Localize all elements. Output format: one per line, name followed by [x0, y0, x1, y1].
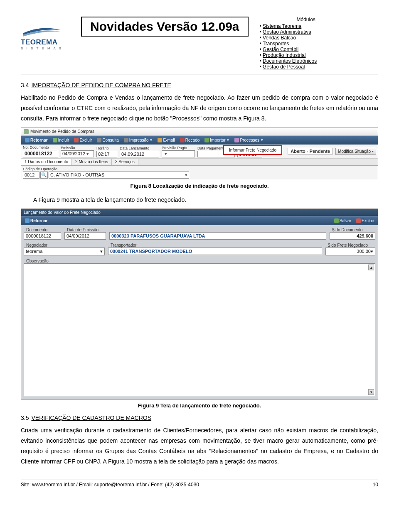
importar-button[interactable]: Importar▼: [202, 137, 232, 143]
excluir-button[interactable]: Excluir: [72, 137, 94, 143]
processos-button[interactable]: Processos▼: [232, 137, 266, 143]
figure-8-caption: Figura 8 Localização de indicação de fre…: [21, 183, 378, 189]
section-35-paragraph: Criada uma verificação durante o cadastr…: [21, 425, 378, 467]
back-icon: [25, 138, 30, 142]
op-lookup-button[interactable]: 🔍: [40, 172, 48, 179]
retornar-button[interactable]: Retornar: [23, 218, 50, 224]
module-link[interactable]: Vendas Balcão: [263, 35, 296, 41]
x-icon: [74, 138, 79, 142]
valor-frete-field[interactable]: 300,00▾: [325, 248, 375, 255]
field-label: Previsão Pagto: [162, 146, 195, 150]
figure-8-screenshot: Movimento de Pedido de Compras Retornar …: [21, 127, 378, 180]
section-34-paragraph: Habilitado no Pedido de Compra e Vendas …: [21, 93, 378, 124]
field-label: No. Documento: [23, 145, 58, 150]
section-number: 3.5: [21, 414, 29, 421]
save-icon: [334, 218, 339, 223]
field-label: Observação: [26, 259, 49, 263]
toolbar: Retornar Salvar Excluir: [21, 216, 378, 225]
field-label: Data Lançamento: [120, 146, 159, 150]
excluir-button[interactable]: Excluir: [354, 218, 376, 224]
page-header: TEOREMA S I S T E M A S Novidades Versão…: [21, 17, 378, 70]
module-link[interactable]: Gestão Contábil: [263, 47, 298, 52]
status-badge: Aberto - Pendente: [288, 148, 333, 154]
window-titlebar: Lançamento do Valor do Frete Negociado: [21, 209, 378, 216]
incluir-button[interactable]: Incluir: [51, 137, 71, 143]
modules-list: Módulos: Sistema Teorema Gestão Administ…: [255, 17, 317, 70]
module-link[interactable]: Sistema Teorema: [263, 23, 301, 29]
footer-divider: [21, 480, 378, 480]
documento-field[interactable]: 0000018122: [24, 232, 61, 240]
field-label: $ do Documento: [332, 228, 362, 232]
page-number: 10: [373, 482, 378, 488]
modifica-situacao-button[interactable]: Modifica Situação▾: [335, 148, 376, 155]
retornar-button[interactable]: Retornar: [23, 137, 50, 143]
module-link[interactable]: Gestão Administrativa: [263, 29, 311, 35]
module-link[interactable]: Documentos Eletrônicos: [263, 58, 317, 64]
header-divider: [21, 74, 378, 74]
impressao-button[interactable]: Impressão▼: [122, 137, 155, 143]
logo-text: TEOREMA: [21, 38, 79, 47]
x-icon: [356, 218, 361, 223]
salvar-button[interactable]: Salvar: [332, 218, 353, 224]
valor-documento-field[interactable]: 429,600: [330, 232, 375, 240]
op-code-field[interactable]: 0012: [23, 172, 39, 179]
data-emissao-field[interactable]: 04/09/2012: [64, 232, 106, 240]
email-button[interactable]: E-mail: [155, 137, 177, 143]
consulta-button[interactable]: Consulta: [95, 137, 121, 143]
section-heading-3-5: 3.5 VERIFICAÇÃO DE CADASTRO DE MACROS: [21, 414, 378, 421]
field-label: Data de Emissão: [67, 228, 99, 232]
field-label: Negociador: [26, 243, 47, 248]
doc-number-field[interactable]: 0000018122: [23, 150, 58, 157]
import-icon: [204, 138, 209, 142]
mail-icon: [158, 138, 162, 142]
tabs: 1 Dados do Documento 2 Movto dos Itens 3…: [21, 159, 378, 166]
figure-9-caption: Figura 9 Tela de lançamento de frete neg…: [21, 402, 378, 409]
module-link[interactable]: Gestão de Pessoal: [263, 64, 305, 70]
emissao-date-field[interactable]: 04/09/2012▾: [61, 150, 94, 157]
modules-heading: Módulos:: [255, 17, 317, 22]
fornecedor-field[interactable]: 0000323 PARAFUSOS GUARAPUAVA LTDA: [109, 232, 326, 240]
field-label: $ do Frete Negociado: [328, 243, 368, 248]
horario-field[interactable]: 02:17: [96, 151, 117, 157]
window-title: Lançamento do Valor do Frete Negociado: [24, 210, 101, 215]
informar-frete-menu-item[interactable]: Informar Frete Negociado: [223, 145, 282, 155]
window-title: Movimento de Pedido de Compras: [30, 129, 94, 134]
observacao-textarea[interactable]: ▴ ▾: [24, 263, 375, 396]
logo: TEOREMA S I S T E M A S: [21, 17, 79, 50]
back-icon: [25, 218, 30, 223]
module-link[interactable]: Produção Industrial: [263, 52, 305, 58]
field-label: Código de Operação: [23, 167, 189, 171]
scroll-up-button[interactable]: ▴: [368, 265, 374, 270]
toolbar: Retornar Incluir Excluir Consulta Impres…: [21, 136, 378, 145]
search-icon: [97, 138, 101, 142]
doc-title-box: Novidades Versão 12.09a: [81, 17, 249, 37]
recado-button[interactable]: Recado: [178, 137, 202, 143]
field-label: Emissão: [61, 146, 94, 150]
op-desc-field[interactable]: C. ATIVO FIXO - OUTRAS▾: [49, 172, 189, 179]
negociador-dropdown[interactable]: teorema▾: [24, 248, 105, 255]
scroll-down-button[interactable]: ▾: [368, 389, 374, 395]
process-icon: [234, 138, 239, 142]
prev-pagto-field[interactable]: ▾: [162, 150, 195, 157]
field-label: [112, 228, 113, 232]
tab-movto-itens[interactable]: 2 Movto dos Itens: [72, 159, 112, 165]
field-label: Documento: [26, 228, 47, 232]
window-titlebar: Movimento de Pedido de Compras: [21, 128, 378, 136]
section-number: 3.4: [21, 82, 29, 88]
plus-icon: [53, 138, 57, 142]
section-title: VERIFICAÇÃO DE CADASTRO DE MACROS: [31, 414, 151, 421]
tab-servicos[interactable]: 3 Serviços: [112, 159, 138, 165]
figure-9-screenshot: Lançamento do Valor do Frete Negociado R…: [21, 208, 378, 400]
data-lanc-field[interactable]: 04.09.2012: [120, 151, 159, 157]
module-link[interactable]: Transportes: [263, 41, 289, 47]
logo-swoosh-icon: [21, 25, 62, 37]
field-label: Horário: [96, 146, 117, 150]
tab-dados-documento[interactable]: 1 Dados do Documento: [21, 159, 72, 165]
window-icon: [24, 129, 29, 134]
section-title: IMPORTAÇÃO DE PEDIDO DE COMPRA NO FRETE: [31, 82, 171, 88]
print-icon: [124, 138, 128, 142]
footer-contact: Site: www.teorema.inf.br / Email: suport…: [21, 482, 199, 488]
transportador-field[interactable]: 0000241 TRANSPORTADOR MODELO: [108, 248, 322, 255]
page-footer: Site: www.teorema.inf.br / Email: suport…: [21, 480, 378, 488]
field-label: Transportador: [111, 243, 136, 248]
